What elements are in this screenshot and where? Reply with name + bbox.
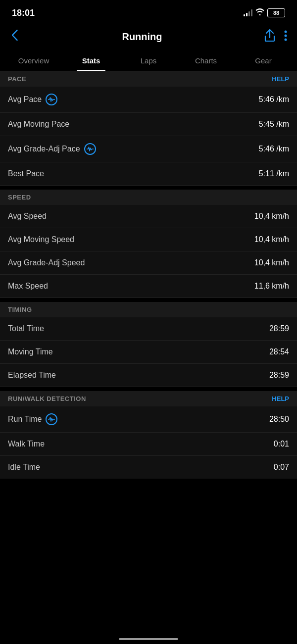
section-label-pace: PACE: [8, 75, 26, 83]
stat-row-pace-3: Best Pace5:11 /km: [0, 162, 297, 186]
stat-label-speed-2: Avg Grade-Adj Speed: [8, 258, 85, 267]
stat-value-speed-2: 10,4 km/h: [254, 258, 289, 267]
stat-label-text-timing-0: Total Time: [8, 324, 44, 333]
section-header-pace: PACEHELP: [0, 71, 297, 87]
stat-label-runwalk-2: Idle Time: [8, 463, 40, 472]
stat-label-text-pace-1: Avg Moving Pace: [8, 120, 69, 129]
battery-icon: 88: [267, 8, 285, 17]
section-label-timing: TIMING: [8, 306, 32, 313]
tab-charts[interactable]: Charts: [177, 51, 235, 71]
stat-label-timing-2: Elapsed Time: [8, 371, 56, 380]
stat-row-timing-0: Total Time28:59: [0, 317, 297, 341]
stat-row-timing-1: Moving Time28:54: [0, 341, 297, 364]
help-button-runwalk[interactable]: HELP: [272, 395, 289, 402]
stat-row-pace-1: Avg Moving Pace5:45 /km: [0, 113, 297, 136]
stat-value-timing-2: 28:59: [269, 371, 289, 380]
svg-point-0: [285, 30, 287, 33]
back-button[interactable]: [10, 28, 20, 46]
stat-row-runwalk-0: Run Time 28:50: [0, 406, 297, 433]
stat-label-text-pace-0: Avg Pace: [8, 95, 42, 104]
svg-point-1: [285, 34, 287, 37]
signal-icon: [244, 9, 252, 16]
stat-row-pace-2: Avg Grade-Adj Pace 5:46 /km: [0, 136, 297, 162]
stat-label-text-runwalk-0: Run Time: [8, 415, 42, 424]
help-button-pace[interactable]: HELP: [272, 75, 289, 83]
stat-label-text-pace-2: Avg Grade-Adj Pace: [8, 145, 80, 153]
stat-row-runwalk-2: Idle Time0:07: [0, 456, 297, 479]
stat-label-text-pace-3: Best Pace: [8, 169, 44, 178]
svg-point-2: [285, 38, 287, 41]
stat-value-runwalk-0: 28:50: [269, 415, 289, 424]
section-header-speed: SPEED: [0, 190, 297, 205]
stat-value-pace-3: 5:11 /km: [259, 169, 289, 178]
nav-bar: Running: [0, 24, 297, 51]
stat-label-pace-0: Avg Pace: [8, 94, 57, 105]
stat-label-speed-3: Max Speed: [8, 282, 48, 291]
stat-value-pace-0: 5:46 /km: [259, 95, 289, 104]
stat-value-speed-1: 10,4 km/h: [254, 235, 289, 244]
section-header-runwalk: RUN/WALK DETECTIONHELP: [0, 391, 297, 406]
stat-label-timing-0: Total Time: [8, 324, 44, 333]
pulse-icon: [84, 143, 96, 155]
stat-label-text-runwalk-2: Idle Time: [8, 463, 40, 472]
section-label-speed: SPEED: [8, 194, 31, 201]
section-header-timing: TIMING: [0, 302, 297, 317]
status-bar: 18:01 88: [0, 0, 297, 24]
stat-row-runwalk-1: Walk Time0:01: [0, 433, 297, 456]
tab-stats[interactable]: Stats: [62, 51, 120, 71]
stat-label-text-speed-2: Avg Grade-Adj Speed: [8, 258, 85, 267]
stat-label-text-runwalk-1: Walk Time: [8, 440, 45, 448]
stat-label-text-speed-1: Avg Moving Speed: [8, 235, 74, 244]
section-spacer: [0, 186, 297, 190]
stat-label-text-timing-1: Moving Time: [8, 347, 53, 356]
tab-bar: Overview Stats Laps Charts Gear: [0, 51, 297, 71]
stat-value-timing-1: 28:54: [269, 347, 289, 356]
stat-value-runwalk-1: 0:01: [274, 440, 289, 448]
stat-label-text-speed-0: Avg Speed: [8, 212, 47, 221]
section-spacer: [0, 298, 297, 302]
wifi-icon: [255, 8, 264, 17]
section-label-runwalk: RUN/WALK DETECTION: [8, 395, 86, 402]
stat-label-text-speed-3: Max Speed: [8, 282, 48, 291]
stat-label-pace-1: Avg Moving Pace: [8, 120, 69, 129]
stat-value-runwalk-2: 0:07: [274, 463, 289, 472]
stat-value-timing-0: 28:59: [269, 324, 289, 333]
stat-row-speed-1: Avg Moving Speed10,4 km/h: [0, 228, 297, 251]
status-icons: 88: [244, 8, 285, 17]
stat-label-timing-1: Moving Time: [8, 347, 53, 356]
stat-row-speed-2: Avg Grade-Adj Speed10,4 km/h: [0, 251, 297, 275]
home-indicator: [119, 638, 178, 640]
share-button[interactable]: [264, 29, 275, 45]
stat-label-pace-2: Avg Grade-Adj Pace: [8, 143, 96, 155]
stat-label-speed-0: Avg Speed: [8, 212, 47, 221]
stat-row-pace-0: Avg Pace 5:46 /km: [0, 87, 297, 113]
sections-container: PACEHELPAvg Pace 5:46 /kmAvg Moving Pace…: [0, 71, 297, 479]
section-spacer: [0, 387, 297, 391]
pulse-icon: [46, 413, 57, 425]
tab-overview[interactable]: Overview: [5, 51, 62, 71]
stat-label-speed-1: Avg Moving Speed: [8, 235, 74, 244]
stat-label-pace-3: Best Pace: [8, 169, 44, 178]
page-title: Running: [20, 31, 264, 43]
stat-value-speed-3: 11,6 km/h: [254, 282, 289, 291]
stat-value-pace-1: 5:45 /km: [259, 120, 289, 129]
stat-value-pace-2: 5:46 /km: [259, 145, 289, 153]
pulse-icon: [46, 94, 57, 105]
stat-label-runwalk-1: Walk Time: [8, 440, 45, 448]
nav-actions: [264, 29, 287, 45]
stat-value-speed-0: 10,4 km/h: [254, 212, 289, 221]
stat-row-speed-3: Max Speed11,6 km/h: [0, 275, 297, 298]
stat-row-timing-2: Elapsed Time28:59: [0, 364, 297, 387]
stat-row-speed-0: Avg Speed10,4 km/h: [0, 205, 297, 228]
tab-laps[interactable]: Laps: [120, 51, 177, 71]
stat-label-runwalk-0: Run Time: [8, 413, 57, 425]
status-time: 18:01: [12, 8, 35, 18]
tab-gear[interactable]: Gear: [235, 51, 292, 71]
stat-label-text-timing-2: Elapsed Time: [8, 371, 56, 380]
more-button[interactable]: [284, 30, 287, 44]
